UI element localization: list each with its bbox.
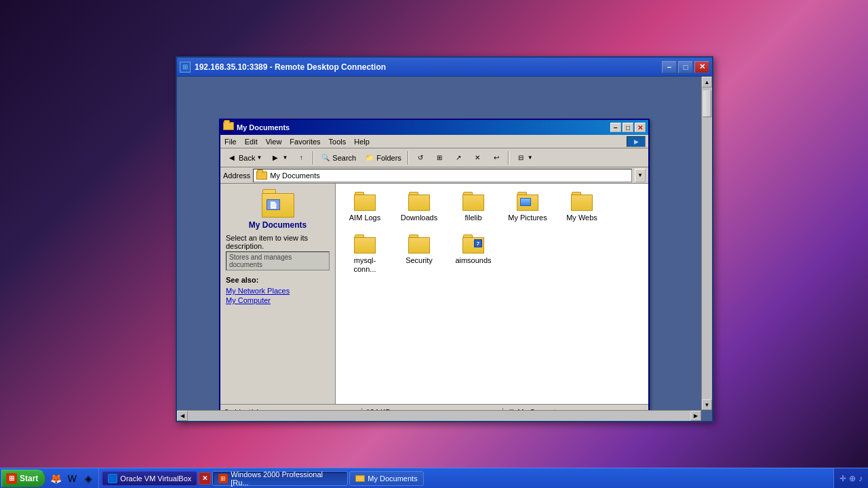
taskbar-win2k-button[interactable]: ⊞ Windows 2000 Professional [Ru...: [212, 471, 348, 486]
folder-item-mysql-conn[interactable]: mysql-conn...: [341, 232, 389, 277]
rdp-titlebar-buttons: − □ ✕: [662, 61, 709, 73]
taskbar: ⊞ Start 🦊 W ◈ Oracle VM VirtualBox: [0, 468, 868, 488]
rdp-window: ⊞ 192.168.35.10:3389 - Remote Desktop Co…: [176, 56, 713, 422]
folder-grid: AIM Logs Downloads: [341, 189, 643, 277]
toolbar-sep-1: [313, 151, 314, 165]
mydocs-app-label: My Documents: [368, 474, 417, 483]
refresh-button[interactable]: ↺: [412, 150, 429, 165]
views-button[interactable]: ⊟ ▼: [512, 150, 536, 165]
toolbar-media-icon: ▶: [627, 136, 646, 147]
rdp-scroll-down-button[interactable]: ▼: [702, 399, 712, 410]
rdp-scroll-thumb[interactable]: [703, 90, 711, 117]
rdp-restore-button[interactable]: □: [678, 61, 693, 73]
menu-file[interactable]: File: [220, 136, 241, 147]
see-also-label: See also:: [226, 276, 330, 284]
rdp-scroll-up-button[interactable]: ▲: [702, 77, 712, 87]
my-docs-panel-icon: 📄 My Documents: [226, 189, 330, 230]
filelib-label: filelib: [465, 214, 481, 222]
taskbar-mydocs-button[interactable]: My Documents: [349, 471, 423, 486]
rdp-close-button[interactable]: ✕: [694, 61, 709, 73]
explorer-restore-button[interactable]: □: [623, 123, 633, 132]
copy-icon: ⊞: [434, 152, 445, 163]
tray-volume-icon[interactable]: ♪: [859, 474, 863, 483]
undo-icon: ↩: [491, 152, 502, 163]
select-item-text: Select an item to view its description.: [226, 234, 330, 250]
views-dropdown-icon: ▼: [528, 155, 533, 161]
rdp-vscrollbar[interactable]: ▲ ▼: [701, 77, 712, 410]
aimsounds-badge: 7: [474, 239, 482, 247]
folder-item-downloads[interactable]: Downloads: [395, 189, 443, 225]
explorer-folder-icon: [223, 122, 234, 133]
explorer-menubar: File Edit View Favorites Tools Help ▶: [220, 135, 648, 148]
folder-item-security[interactable]: Security: [395, 232, 443, 277]
description-text: Stores and manages documents: [226, 251, 330, 270]
vbox-app-label: Oracle VM VirtualBox: [120, 474, 191, 483]
aim-logs-label: AIM Logs: [349, 214, 380, 222]
back-button[interactable]: ◀ Back ▼: [223, 150, 265, 165]
copy-button[interactable]: ⊞: [431, 150, 448, 165]
rdp-minimize-button[interactable]: −: [662, 61, 677, 73]
explorer-right-panel[interactable]: AIM Logs Downloads: [336, 184, 648, 404]
move-icon: ↗: [453, 152, 464, 163]
search-button[interactable]: 🔍 Search: [317, 150, 359, 165]
address-box[interactable]: My Documents: [253, 169, 632, 182]
toolbar-sep-2: [408, 151, 409, 165]
my-webs-icon: [571, 192, 593, 211]
rdp-scroll-right-button[interactable]: ▶: [690, 411, 701, 421]
folders-button[interactable]: 📁 Folders: [361, 150, 405, 165]
toolbar-sep-3: [508, 151, 509, 165]
folder-body: [354, 237, 376, 253]
up-button[interactable]: ↑: [292, 150, 310, 165]
menu-tools[interactable]: Tools: [325, 136, 351, 147]
folder-body: [408, 195, 430, 211]
start-button[interactable]: ⊞ Start: [1, 470, 45, 487]
mysql-conn-label: mysql-conn...: [344, 256, 386, 274]
menu-edit[interactable]: Edit: [241, 136, 262, 147]
security-label: Security: [406, 256, 433, 265]
filelib-icon: [462, 192, 484, 211]
rdp-scroll-left-button[interactable]: ◀: [177, 411, 188, 421]
explorer-minimize-button[interactable]: −: [610, 123, 621, 132]
win2k-close-icon[interactable]: ✕: [199, 472, 211, 485]
taskbar-vbox-button[interactable]: Oracle VM VirtualBox: [102, 471, 197, 486]
folder-body: [408, 237, 430, 253]
folder-item-my-pictures[interactable]: My Pictures: [504, 189, 551, 225]
move-button[interactable]: ↗: [450, 150, 467, 165]
aim-logs-icon: [354, 192, 376, 211]
quicklaunch-extra-button[interactable]: ◈: [81, 471, 96, 486]
delete-button[interactable]: ✕: [469, 150, 486, 165]
quicklaunch-firefox-button[interactable]: 🦊: [48, 471, 63, 486]
folder-item-aim-logs[interactable]: AIM Logs: [341, 189, 389, 225]
explorer-close-button[interactable]: ✕: [635, 123, 646, 132]
windows-logo-icon: ⊞: [9, 474, 14, 482]
pictures-decoration: [520, 198, 531, 206]
address-folder-icon: [256, 171, 267, 180]
rdp-hscrollbar[interactable]: ◀ ▶: [177, 410, 701, 421]
menu-help[interactable]: Help: [350, 136, 374, 147]
quicklaunch-area: 🦊 W ◈: [48, 468, 99, 488]
menu-favorites[interactable]: Favorites: [285, 136, 324, 147]
folder-icon-small: [223, 122, 234, 130]
my-docs-panel-title: My Documents: [249, 220, 307, 230]
folder-item-aimsounds[interactable]: 7 aimsounds: [450, 232, 497, 277]
folder-item-filelib[interactable]: filelib: [450, 189, 497, 225]
undo-button[interactable]: ↩: [488, 150, 505, 165]
tray-network-icon[interactable]: ⊕: [849, 474, 856, 483]
aimsounds-icon: 7: [462, 235, 484, 253]
word-icon: W: [68, 473, 77, 484]
my-computer-link[interactable]: My Computer: [226, 296, 330, 304]
quicklaunch-word-button[interactable]: W: [64, 471, 79, 486]
my-docs-badge: 📄: [267, 199, 280, 210]
my-network-places-link[interactable]: My Network Places: [226, 287, 330, 295]
tray-cross-icon[interactable]: ✛: [840, 474, 846, 483]
forward-button[interactable]: ▶ ▼: [267, 150, 291, 165]
win2k-app-icon: ⊞: [218, 474, 228, 483]
menu-view[interactable]: View: [262, 136, 286, 147]
address-dropdown-button[interactable]: ▼: [635, 169, 646, 182]
win2k-app-label: Windows 2000 Professional [Ru...: [231, 470, 342, 487]
folder-item-my-webs[interactable]: My Webs: [558, 189, 606, 225]
back-icon: ◀: [226, 152, 237, 163]
search-icon: 🔍: [320, 152, 331, 163]
rdp-titlebar: ⊞ 192.168.35.10:3389 - Remote Desktop Co…: [177, 58, 712, 77]
rdp-icon: ⊞: [180, 62, 191, 73]
